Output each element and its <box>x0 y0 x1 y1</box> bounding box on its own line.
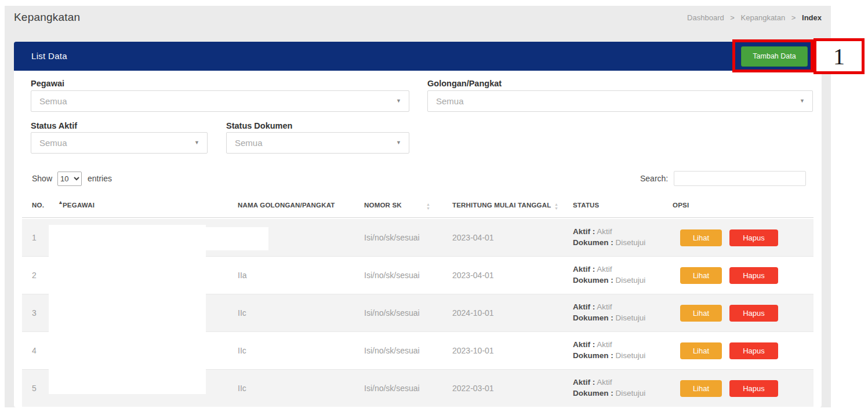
status-aktif-label: Aktif : <box>573 227 595 236</box>
sort-down-icon: ▼ <box>554 206 558 210</box>
breadcrumb-separator: > <box>730 13 735 22</box>
nomor-sk-cell: Isi/no/sk/sesuai <box>364 346 420 355</box>
status-cell: Aktif : Aktif Dokumen : Disetujui <box>573 264 645 286</box>
tmt-cell: 2024-10-01 <box>452 308 494 318</box>
screenshot-canvas: Kepangkatan Dashboard > Kepangkatan > In… <box>0 0 868 412</box>
lihat-button[interactable]: Lihat <box>680 380 722 397</box>
sort-up-icon: ▲ <box>426 202 430 206</box>
breadcrumb-kepangkatan[interactable]: Kepangkatan <box>741 13 786 22</box>
golongan-cell: IIa <box>238 271 247 280</box>
row-number: 1 <box>32 233 37 242</box>
row-number: 2 <box>32 271 37 280</box>
status-aktif-value: Aktif <box>597 227 612 236</box>
filter-pegawai-value: Semua <box>39 96 67 106</box>
status-cell: Aktif : Aktif Dokumen : Disetujui <box>573 301 645 323</box>
status-dokumen-label: Dokumen : <box>573 276 613 285</box>
chevron-down-icon: ▼ <box>396 91 401 111</box>
status-aktif-value: Aktif <box>597 265 612 274</box>
status-dokumen-value: Disetujui <box>616 238 646 247</box>
filter-select-pegawai[interactable]: Semua ▼ <box>31 90 409 112</box>
status-aktif-label: Aktif : <box>573 302 595 311</box>
sort-up-icon: ▲ <box>554 202 558 206</box>
card-header: List Data Tambah Data <box>14 42 822 71</box>
column-header-opsi: OPSI <box>673 202 689 209</box>
filter-label-golongan: Golongan/Pangkat <box>427 79 502 88</box>
sort-icon[interactable]: ▲ ▼ <box>426 202 430 210</box>
golongan-cell: IIc <box>238 384 246 393</box>
column-header-pegawai[interactable]: PEGAWAI <box>63 202 95 209</box>
hapus-button[interactable]: Hapus <box>729 267 778 284</box>
hapus-button[interactable]: Hapus <box>729 229 778 246</box>
status-dokumen-value: Disetujui <box>616 276 646 285</box>
chevron-down-icon: ▼ <box>800 91 805 111</box>
page-size-select[interactable]: 10 <box>57 172 82 186</box>
search-input[interactable] <box>674 171 806 186</box>
filter-select-status-dokumen[interactable]: Semua ▼ <box>226 132 409 154</box>
column-header-golongan[interactable]: NAMA GOLONGAN/PANGKAT <box>238 202 335 209</box>
chevron-down-icon: ▼ <box>194 133 199 153</box>
table-header-divider <box>22 217 813 218</box>
status-dokumen-label: Dokumen : <box>573 313 613 322</box>
breadcrumb-index: Index <box>802 13 822 22</box>
column-header-no[interactable]: NO. <box>32 202 44 209</box>
tmt-cell: 2023-10-01 <box>452 346 494 355</box>
status-dokumen-value: Disetujui <box>616 389 646 398</box>
show-label: Show <box>32 174 52 183</box>
status-cell: Aktif : Aktif Dokumen : Disetujui <box>573 339 645 361</box>
filter-label-pegawai: Pegawai <box>31 79 64 88</box>
lihat-button[interactable]: Lihat <box>680 305 722 322</box>
filter-label-status-aktif: Status Aktif <box>31 121 77 130</box>
row-number: 4 <box>32 346 37 355</box>
nomor-sk-cell: Isi/no/sk/sesuai <box>364 271 420 280</box>
column-header-tmt[interactable]: TERHITUNG MULAI TANGGAL <box>452 202 551 209</box>
breadcrumb-dashboard[interactable]: Dashboard <box>687 13 724 22</box>
column-header-status: STATUS <box>573 202 600 209</box>
golongan-cell: IIc <box>238 346 246 355</box>
breadcrumb-separator: > <box>791 13 796 22</box>
status-aktif-label: Aktif : <box>573 265 595 274</box>
status-dokumen-label: Dokumen : <box>573 389 613 398</box>
filter-golongan-value: Semua <box>436 96 464 106</box>
hapus-button[interactable]: Hapus <box>729 380 778 397</box>
tmt-cell: 2023-04-01 <box>452 271 494 280</box>
nomor-sk-cell: Isi/no/sk/sesuai <box>364 384 420 393</box>
status-dokumen-value: Disetujui <box>616 351 646 360</box>
sort-down-icon: ▼ <box>426 206 430 210</box>
status-aktif-label: Aktif : <box>573 340 595 349</box>
tmt-cell: 2022-03-01 <box>452 384 494 393</box>
filter-label-status-dokumen: Status Dokumen <box>226 121 292 130</box>
status-dokumen-label: Dokumen : <box>573 351 613 360</box>
card-title: List Data <box>31 51 67 61</box>
nomor-sk-cell: Isi/no/sk/sesuai <box>364 233 420 242</box>
row-number: 3 <box>32 308 37 318</box>
search-label: Search: <box>640 174 668 183</box>
lihat-button[interactable]: Lihat <box>680 229 722 246</box>
status-aktif-value: Aktif <box>597 302 612 311</box>
filter-select-golongan[interactable]: Semua ▼ <box>427 90 813 112</box>
hapus-button[interactable]: Hapus <box>729 305 778 322</box>
filter-status-dokumen-value: Semua <box>235 138 263 148</box>
status-dokumen-value: Disetujui <box>616 313 646 322</box>
filter-select-status-aktif[interactable]: Semua ▼ <box>31 132 208 154</box>
status-cell: Aktif : Aktif Dokumen : Disetujui <box>573 226 645 248</box>
page-title: Kepangkatan <box>14 11 80 24</box>
status-aktif-value: Aktif <box>597 378 612 387</box>
status-aktif-value: Aktif <box>597 340 612 349</box>
lihat-button[interactable]: Lihat <box>680 267 722 284</box>
filter-status-aktif-value: Semua <box>39 138 67 148</box>
hapus-button[interactable]: Hapus <box>729 342 778 359</box>
entries-label: entries <box>88 174 112 183</box>
tmt-cell: 2023-04-01 <box>452 233 494 242</box>
annotation-highlight-box <box>732 39 813 72</box>
golongan-cell: IIc <box>238 308 246 318</box>
lihat-button[interactable]: Lihat <box>680 342 722 359</box>
sort-icon[interactable]: ▲ ▼ <box>554 202 558 210</box>
annotation-step-number: 1 <box>813 38 865 74</box>
chevron-down-icon: ▼ <box>396 133 401 153</box>
column-header-nomor-sk[interactable]: NOMOR SK <box>364 202 402 209</box>
nomor-sk-cell: Isi/no/sk/sesuai <box>364 308 420 318</box>
redaction-overlay <box>49 227 268 250</box>
row-number: 5 <box>32 384 37 393</box>
status-dokumen-label: Dokumen : <box>573 238 613 247</box>
breadcrumb: Dashboard > Kepangkatan > Index <box>687 13 822 22</box>
